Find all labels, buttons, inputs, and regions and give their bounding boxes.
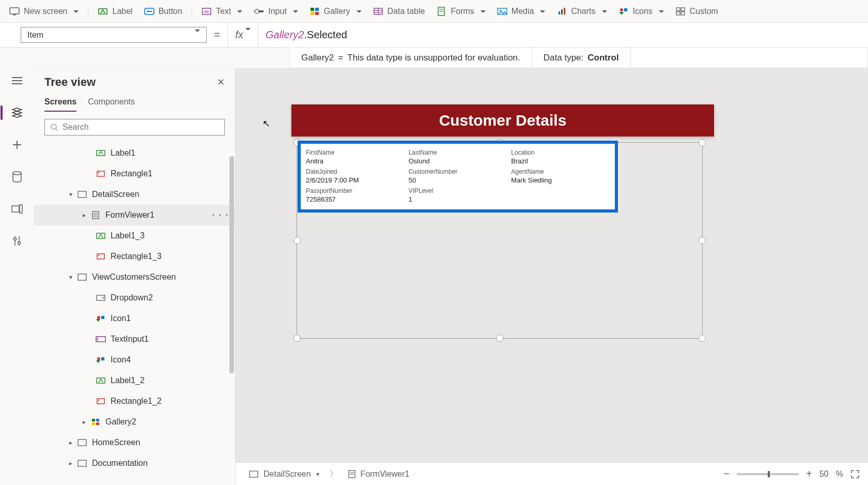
zoom-slider[interactable] [737,473,799,475]
svg-rect-12 [315,12,319,15]
input-menu-button[interactable]: Input [249,3,303,20]
expander-icon[interactable]: ▾ [68,191,73,198]
tree-node[interactable]: ▾DetailScreen [34,184,235,205]
screen-icon [9,6,20,17]
icons-menu-button[interactable]: Icons [613,3,669,20]
expander-icon[interactable]: ▸ [82,418,87,426]
datatable-label: Data table [388,7,425,16]
custom-button[interactable]: Custom [670,3,723,20]
zoom-out-button[interactable]: − [724,468,730,480]
tree-node[interactable]: ▸FormViewer1· · · [34,205,235,225]
tree-node[interactable]: Rectangle1_3 [34,246,235,267]
formviewer-selected[interactable]: FirstNameAnitraLastNameOslundLocationBra… [298,141,618,213]
resize-handle[interactable] [699,237,706,244]
tree-node[interactable]: ▸HomeScreen [34,432,235,453]
media-menu-button[interactable]: Media [492,3,551,20]
tree-node[interactable]: Label1_3 [34,225,235,246]
rail-hamburger[interactable] [3,71,32,90]
datatable-button[interactable]: Data table [368,3,430,20]
field-value: 50 [409,176,507,184]
tree-node[interactable]: ▸Documentation [34,453,235,474]
field-label: Location [511,149,610,156]
icons-menu-label: Icons [633,7,653,16]
insert-label-button[interactable]: Label [92,3,137,20]
fit-to-screen-button[interactable] [850,469,860,479]
tree-node[interactable]: Label1 [34,143,235,163]
resize-handle[interactable] [293,237,301,244]
zoom-controls: − + 50 % [724,468,860,480]
ribbon-divider [88,4,88,19]
cursor-icon: ↖ [262,118,270,129]
insert-button-button[interactable]: Button [139,3,188,20]
rail-advanced[interactable] [3,232,32,250]
rail-data[interactable] [3,168,32,186]
text-menu-button[interactable]: Ab Text [196,3,247,20]
scrollbar-thumb[interactable] [229,156,234,373]
svg-rect-68 [96,419,99,421]
formula-result-left: Gallery2 = This data type is unsupported… [290,48,532,68]
gallery-icon [90,416,101,428]
field-value: Brazil [511,157,610,165]
label-icon [95,147,106,159]
tree-node[interactable]: TextInput1 [34,329,235,350]
rail-media[interactable] [3,200,32,218]
svg-rect-73 [250,471,258,477]
forms-menu-button[interactable]: Forms [431,3,490,20]
tree-node[interactable]: Rectangle1 [34,163,235,184]
rect-icon [95,168,106,179]
formula-input[interactable]: Gallery2.Selected [258,23,868,47]
tree-node[interactable]: Dropdown2 [34,287,235,308]
breadcrumb-screen[interactable]: DetailScreen ▾ [244,467,324,481]
result-ref: Gallery2 [301,53,334,63]
tree-node[interactable]: Label1_2 [34,370,235,391]
expander-icon[interactable]: ▸ [68,460,73,467]
zoom-in-button[interactable]: + [806,468,812,480]
more-icon[interactable]: · · · [212,210,229,220]
treeview-title: Tree view [44,75,96,89]
search-input[interactable] [63,123,219,132]
close-icon[interactable]: ✕ [217,77,225,88]
resize-handle[interactable] [293,335,301,342]
resize-handle[interactable] [699,139,706,146]
svg-rect-48 [78,191,86,198]
tree-node[interactable]: Icon4 [34,350,235,370]
forms-icon [436,6,446,17]
tree-node[interactable]: Icon1 [34,308,235,329]
formula-bar: Item = fx Gallery2.Selected [0,23,868,48]
rail-treeview[interactable] [3,103,32,122]
rail-insert[interactable] [3,135,32,154]
form-field: LocationBrazil [511,149,610,165]
svg-point-55 [98,255,100,256]
tab-components[interactable]: Components [88,97,135,112]
result-msg: This data type is unsupported for evalua… [347,53,520,63]
tree-node[interactable]: ▸Gallery2 [34,412,235,432]
gallery-menu-button[interactable]: Gallery [304,3,367,20]
zoom-slider-thumb[interactable] [768,471,770,477]
breadcrumb-control[interactable]: FormViewer1 [343,467,415,481]
tree-node[interactable]: Rectangle1_2 [34,391,235,412]
expander-icon[interactable]: ▸ [82,211,87,219]
field-label: FirstName [306,149,405,156]
formula-datatype: Data type: Control [532,48,631,68]
charts-menu-button[interactable]: Charts [551,3,612,20]
expander-icon[interactable]: ▾ [68,274,73,281]
expander-icon[interactable]: ▸ [68,439,73,446]
svg-text:Ab: Ab [204,9,209,14]
tree-node-label: Label1 [111,148,135,158]
field-value: 2/6/2019 7:00 PM [306,176,405,184]
tab-screens[interactable]: Screens [44,97,76,112]
fx-button[interactable]: fx [227,23,258,47]
treeview-search[interactable] [44,119,225,135]
svg-rect-38 [20,205,22,213]
tree-node[interactable]: ▾ViewCustomersScreen [34,267,235,287]
rect-icon [95,396,106,407]
resize-handle[interactable] [496,335,503,342]
property-selector[interactable]: Item [21,27,207,43]
new-screen-button[interactable]: New screen [4,3,84,20]
canvas[interactable]: ↖ Customer Details FirstNameAnitraLastNa… [236,68,868,485]
resize-handle[interactable] [699,335,706,342]
formula-token-ref: Gallery2 [266,29,304,41]
svg-point-47 [98,172,100,174]
form-grid: FirstNameAnitraLastNameOslundLocationBra… [306,149,610,203]
custom-icon [675,6,686,17]
